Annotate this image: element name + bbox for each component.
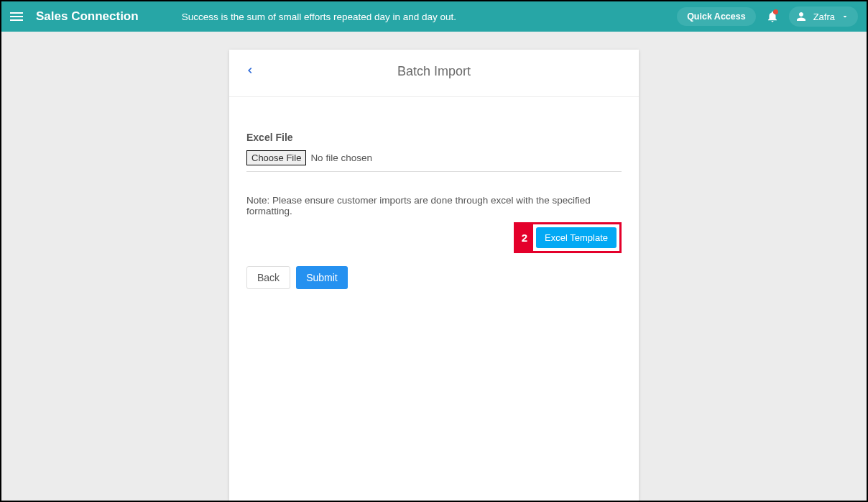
back-icon[interactable] [245,65,255,78]
avatar-icon [795,10,808,23]
annotation-highlight: 2 Excel Template [514,222,622,253]
header-right: Quick Access Zafra [677,6,858,27]
menu-icon[interactable] [10,9,24,24]
tagline-text: Success is the sum of small efforts repe… [182,12,677,22]
app-header: Sales Connection Success is the sum of s… [1,1,867,32]
chevron-down-icon [841,12,849,21]
user-menu[interactable]: Zafra [789,6,858,27]
quick-access-button[interactable]: Quick Access [677,7,756,26]
notification-dot [773,9,778,14]
brand-name: Sales Connection [36,9,139,24]
back-button[interactable]: Back [246,266,290,289]
excel-file-label: Excel File [246,132,622,143]
user-name: Zafra [813,12,835,22]
file-input-row: Choose File No file chosen [246,150,622,172]
import-note: Note: Please ensure customer imports are… [246,195,622,216]
annotation-number: 2 [516,224,533,251]
choose-file-button[interactable]: Choose File [246,150,306,165]
submit-button[interactable]: Submit [296,266,348,289]
card-body: Excel File Choose File No file chosen No… [229,97,639,306]
content-area: Batch Import Excel File Choose File No f… [1,32,867,501]
excel-template-button[interactable]: Excel Template [536,227,617,248]
button-row: Back Submit [246,266,622,289]
card-header: Batch Import [229,50,639,97]
template-row: 2 Excel Template [246,222,622,253]
notifications-icon[interactable] [766,10,779,23]
card-title: Batch Import [244,64,624,79]
file-status-text: No file chosen [310,152,372,163]
batch-import-card: Batch Import Excel File Choose File No f… [229,50,639,501]
